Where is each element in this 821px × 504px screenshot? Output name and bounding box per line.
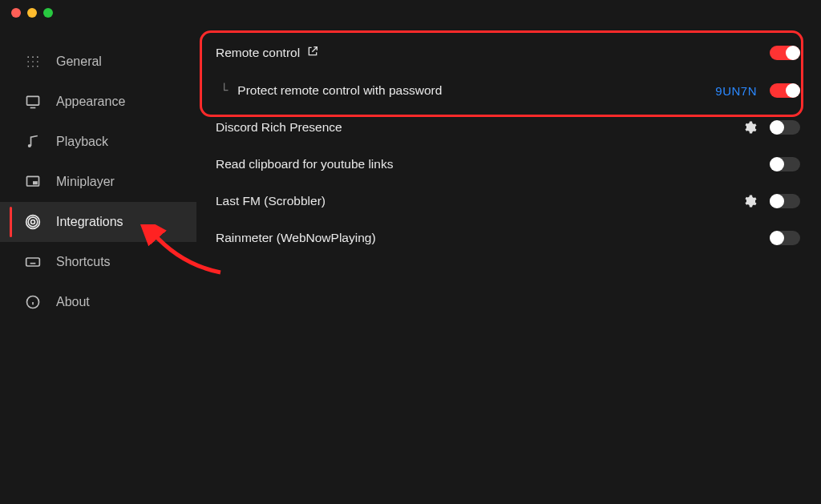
svg-point-1 (32, 56, 34, 58)
toggle-clipboard[interactable] (770, 157, 800, 171)
svg-point-4 (32, 61, 34, 62)
sidebar-item-label: Miniplayer (56, 175, 115, 189)
sidebar-item-appearance[interactable]: Appearance (0, 82, 196, 122)
svg-point-5 (37, 61, 38, 62)
music-note-icon (24, 133, 42, 151)
gear-icon[interactable] (742, 194, 757, 208)
sidebar-item-label: Shortcuts (56, 255, 111, 269)
setting-row-clipboard: Read clipboard for youtube links (211, 146, 805, 183)
external-link-icon[interactable] (306, 45, 319, 61)
sidebar-item-playback[interactable]: Playback (0, 122, 196, 162)
sidebar-item-label: Integrations (56, 215, 123, 229)
password-code[interactable]: 9UN7N (715, 84, 757, 98)
setting-row-protect-remote: └ Protect remote control with password 9… (211, 72, 805, 109)
setting-row-remote-control: Remote control (211, 34, 805, 72)
svg-rect-13 (33, 181, 38, 184)
sidebar: General Appearance Playback (0, 26, 196, 504)
close-icon[interactable] (11, 8, 21, 18)
svg-rect-17 (26, 258, 40, 266)
sidebar-item-general[interactable]: General (0, 42, 196, 82)
grid-icon (24, 53, 42, 71)
setting-label: Rainmeter (WebNowPlaying) (216, 231, 376, 245)
sidebar-item-miniplayer[interactable]: Miniplayer (0, 162, 196, 202)
window-titlebar (0, 0, 821, 26)
monitor-icon (24, 93, 42, 111)
keyboard-icon (24, 253, 42, 271)
toggle-rainmeter[interactable] (770, 231, 800, 245)
gear-icon[interactable] (742, 120, 757, 135)
svg-point-8 (37, 66, 38, 67)
svg-point-11 (28, 144, 31, 147)
setting-label: Discord Rich Presence (216, 120, 342, 135)
setting-label: Read clipboard for youtube links (216, 157, 393, 171)
sidebar-item-label: About (56, 295, 90, 309)
sidebar-item-about[interactable]: About (0, 282, 196, 322)
setting-row-rainmeter: Rainmeter (WebNowPlaying) (211, 220, 805, 256)
setting-label: Last FM (Scrobbler) (216, 194, 326, 208)
miniplayer-icon (24, 173, 42, 191)
toggle-lastfm[interactable] (770, 194, 800, 208)
setting-row-discord: Discord Rich Presence (211, 109, 805, 146)
toggle-discord[interactable] (770, 120, 800, 135)
minimize-icon[interactable] (27, 8, 37, 18)
setting-label: Protect remote control with password (237, 83, 442, 98)
setting-label: Remote control (216, 46, 300, 60)
svg-point-15 (28, 217, 38, 227)
settings-content: Remote control └ Protect remote control … (196, 26, 821, 504)
svg-point-0 (27, 56, 29, 58)
svg-point-2 (37, 56, 38, 58)
info-icon (24, 293, 42, 311)
sidebar-item-label: General (56, 54, 102, 69)
sidebar-item-shortcuts[interactable]: Shortcuts (0, 242, 196, 282)
svg-point-3 (27, 61, 29, 62)
toggle-remote-control[interactable] (770, 46, 800, 60)
svg-point-7 (32, 66, 34, 67)
svg-point-6 (27, 66, 29, 67)
tree-branch-icon: └ (220, 83, 228, 98)
sidebar-item-integrations[interactable]: Integrations (0, 202, 196, 242)
svg-rect-9 (27, 96, 39, 105)
sidebar-item-label: Playback (56, 135, 108, 149)
setting-row-lastfm: Last FM (Scrobbler) (211, 183, 805, 220)
toggle-protect-remote[interactable] (770, 83, 800, 98)
svg-point-14 (31, 220, 35, 224)
sidebar-item-label: Appearance (56, 95, 125, 109)
maximize-icon[interactable] (43, 8, 53, 18)
integrations-icon (24, 213, 42, 231)
